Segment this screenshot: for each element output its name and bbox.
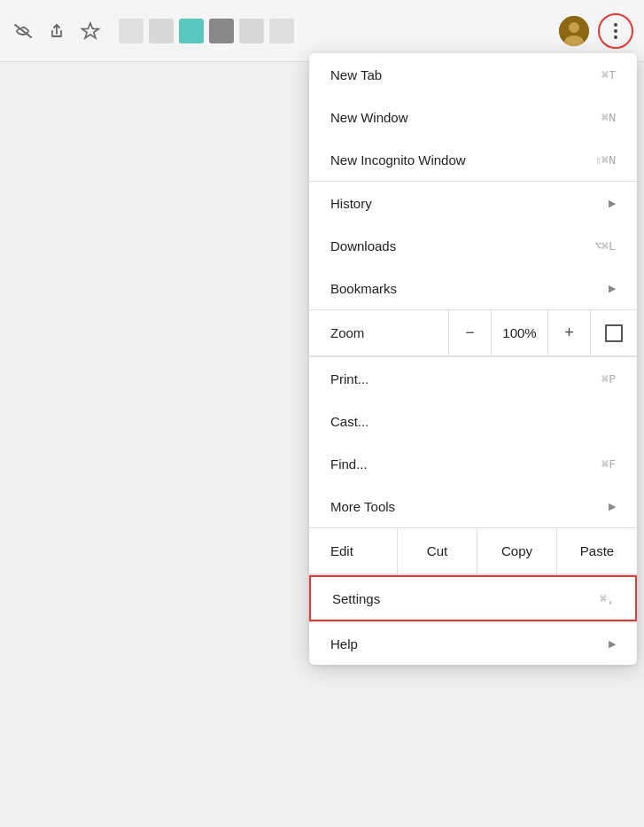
menu-section-edit: Edit Cut Copy Paste: [309, 528, 637, 575]
menu-item-settings[interactable]: Settings ⌘,: [309, 575, 637, 621]
settings-label: Settings: [332, 591, 380, 606]
find-label: Find...: [330, 456, 368, 472]
zoom-plus-icon: +: [564, 324, 574, 342]
favicon-4[interactable]: [209, 19, 234, 43]
more-tools-arrow: ▶: [609, 501, 616, 512]
settings-shortcut: ⌘,: [600, 592, 614, 605]
copy-button[interactable]: Copy: [477, 528, 557, 573]
downloads-shortcut: ⌥⌘L: [595, 239, 616, 253]
help-label: Help: [330, 636, 358, 651]
cut-button[interactable]: Cut: [398, 528, 477, 573]
cast-label: Cast...: [330, 414, 369, 429]
menu-section-new: New Tab ⌘T New Window ⌘N New Incognito W…: [309, 53, 637, 182]
zoom-minus-button[interactable]: −: [449, 310, 492, 355]
paste-button[interactable]: Paste: [557, 528, 637, 573]
menu-item-find[interactable]: Find... ⌘F: [309, 442, 637, 485]
menu-item-help[interactable]: Help ▶: [309, 622, 637, 665]
svg-point-1: [569, 22, 579, 33]
print-shortcut: ⌘P: [601, 372, 616, 386]
eye-icon[interactable]: [11, 19, 35, 43]
history-label: History: [330, 196, 372, 211]
three-dots-button[interactable]: [598, 13, 633, 49]
paste-label: Paste: [580, 543, 614, 558]
menu-item-new-incognito[interactable]: New Incognito Window ⇧⌘N: [309, 138, 637, 181]
new-window-label: New Window: [330, 110, 408, 125]
zoom-minus-icon: −: [465, 324, 475, 342]
new-incognito-shortcut: ⇧⌘N: [595, 153, 616, 167]
new-window-shortcut: ⌘N: [601, 111, 616, 124]
favicon-3[interactable]: [179, 19, 204, 43]
zoom-label: Zoom: [330, 325, 364, 340]
chrome-menu: New Tab ⌘T New Window ⌘N New Incognito W…: [309, 53, 637, 665]
fullscreen-button[interactable]: [591, 310, 637, 355]
favicon-area: [119, 19, 550, 43]
zoom-controls: − 100% +: [449, 310, 637, 355]
menu-item-bookmarks[interactable]: Bookmarks ▶: [309, 267, 637, 309]
menu-section-help: Help ▶: [309, 622, 637, 665]
menu-item-new-tab[interactable]: New Tab ⌘T: [309, 53, 637, 96]
menu-section-settings: Settings ⌘,: [309, 575, 637, 622]
zoom-value: 100%: [492, 310, 548, 355]
more-tools-label: More Tools: [330, 499, 395, 514]
menu-item-more-tools[interactable]: More Tools ▶: [309, 485, 637, 527]
downloads-label: Downloads: [330, 238, 396, 254]
history-arrow: ▶: [609, 198, 616, 209]
star-icon[interactable]: [78, 19, 103, 43]
fullscreen-icon: [605, 324, 623, 342]
zoom-row: Zoom − 100% +: [309, 310, 637, 356]
menu-section-tools: Print... ⌘P Cast... Find... ⌘F More Tool…: [309, 357, 637, 528]
favicon-5[interactable]: [239, 19, 264, 43]
avatar[interactable]: [559, 16, 589, 46]
menu-item-print[interactable]: Print... ⌘P: [309, 357, 637, 400]
copy-label: Copy: [501, 543, 532, 558]
zoom-plus-button[interactable]: +: [548, 310, 591, 355]
new-tab-shortcut: ⌘T: [601, 68, 616, 82]
favicon-2[interactable]: [149, 19, 174, 43]
cut-label: Cut: [427, 543, 447, 558]
menu-section-zoom: Zoom − 100% +: [309, 310, 637, 357]
share-icon[interactable]: [44, 19, 69, 43]
bookmarks-arrow: ▶: [609, 283, 616, 294]
menu-item-new-window[interactable]: New Window ⌘N: [309, 96, 637, 138]
new-tab-label: New Tab: [330, 67, 382, 82]
help-arrow: ▶: [609, 638, 616, 650]
bookmarks-label: Bookmarks: [330, 281, 397, 296]
edit-label-area: Edit: [309, 528, 398, 573]
favicon-1[interactable]: [119, 19, 144, 43]
zoom-label-area[interactable]: Zoom: [309, 310, 449, 355]
menu-item-downloads[interactable]: Downloads ⌥⌘L: [309, 224, 637, 267]
menu-section-nav: History ▶ Downloads ⌥⌘L Bookmarks ▶: [309, 182, 637, 310]
menu-item-cast[interactable]: Cast...: [309, 400, 637, 442]
find-shortcut: ⌘F: [601, 457, 616, 471]
edit-row: Edit Cut Copy Paste: [309, 528, 637, 574]
settings-content: Settings ⌘,: [311, 591, 635, 606]
favicon-6[interactable]: [269, 19, 294, 43]
new-incognito-label: New Incognito Window: [330, 152, 466, 168]
print-label: Print...: [330, 371, 369, 386]
menu-item-history[interactable]: History ▶: [309, 182, 637, 224]
edit-label: Edit: [330, 543, 353, 558]
three-dots-icon: [614, 23, 617, 39]
